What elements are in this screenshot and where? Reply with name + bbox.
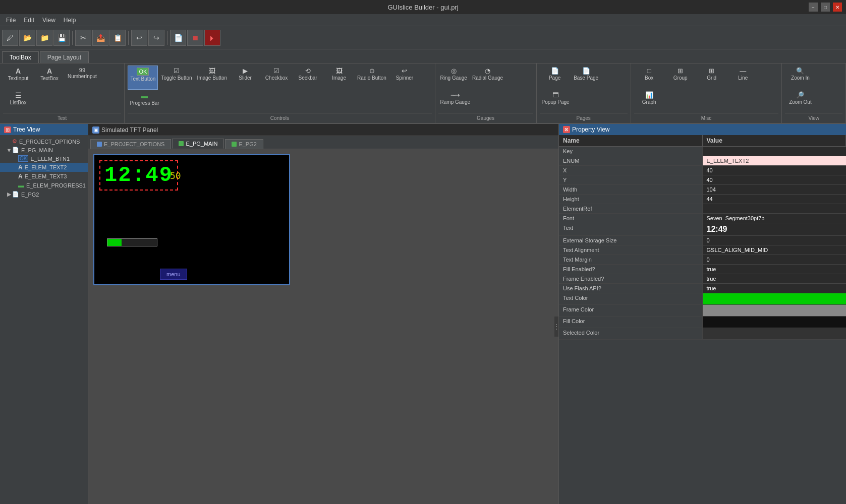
toolbox-checkbox[interactable]: ☑ Checkbox <box>261 66 292 90</box>
prop-row-framecolor[interactable]: Frame Color <box>559 305 846 317</box>
menu-file[interactable]: File <box>2 16 20 25</box>
prop-row-selectedcolor[interactable]: Selected Color <box>559 328 846 340</box>
tft-screen[interactable]: 12:49 50 menu <box>93 154 290 285</box>
prop-value-text[interactable]: 12:49 <box>703 223 847 235</box>
prop-row-elementref[interactable]: ElementRef <box>559 204 846 214</box>
prop-value-framecolor[interactable] <box>703 305 847 316</box>
prop-row-font[interactable]: Font Seven_Segment30pt7b <box>559 214 846 223</box>
prop-row-width[interactable]: Width 104 <box>559 185 846 195</box>
toolbox-image[interactable]: 🖼 Image <box>324 66 354 90</box>
toolbar-export[interactable]: 📤 <box>92 30 108 46</box>
text2-icon: A <box>18 164 23 171</box>
toolbox-grid[interactable]: ⊞ Grid <box>697 66 727 89</box>
toolbox-zoomin[interactable]: 🔍 Zoom In <box>785 66 815 89</box>
toolbox-radialgauge[interactable]: ◔ Radial Gauge <box>470 66 505 89</box>
prop-row-height[interactable]: Height 44 <box>559 195 846 204</box>
menu-view[interactable]: View <box>38 16 60 25</box>
toolbox-listbox[interactable]: ☰ ListBox <box>3 90 33 113</box>
prop-row-fillcolor[interactable]: Fill Color <box>559 317 846 328</box>
prop-value-storage[interactable]: 0 <box>703 236 847 245</box>
prop-value-margin[interactable]: 0 <box>703 255 847 264</box>
prop-value-elementref[interactable] <box>703 204 847 213</box>
prop-value-textcolor[interactable] <box>703 293 847 304</box>
prop-value-height[interactable]: 44 <box>703 195 847 204</box>
toolbox-line[interactable]: — Line <box>728 66 758 89</box>
tree-item-project-options[interactable]: ⚙ E_PROJECT_OPTIONS <box>0 137 88 146</box>
toolbox-textbutton[interactable]: OK Text Button <box>128 66 158 90</box>
prop-value-selectedcolor[interactable] <box>703 328 847 339</box>
toolbox-spinner[interactable]: ↩ Spinner <box>389 66 420 90</box>
tree-item-progress1[interactable]: ▬ E_ELEM_PROGRESS1 <box>0 181 88 190</box>
prop-value-fill[interactable]: true <box>703 265 847 274</box>
toolbox-progressbar[interactable]: ▬ Progress Bar <box>128 91 161 113</box>
prop-value-x[interactable]: 40 <box>703 166 847 175</box>
prop-row-textcolor[interactable]: Text Color <box>559 293 846 305</box>
prop-row-fill[interactable]: Fill Enabled? true <box>559 265 846 274</box>
prop-row-flash[interactable]: Use Flash API? true <box>559 284 846 293</box>
toolbar-cut[interactable]: ✂ <box>75 30 91 46</box>
tree-item-text2[interactable]: A E_ELEM_TEXT2 <box>0 163 88 172</box>
toolbox-slider[interactable]: ▶ Slider <box>230 66 260 90</box>
toolbar-new[interactable]: 🖊 <box>2 30 18 46</box>
toolbox-graph[interactable]: 📊 Graph <box>634 90 664 113</box>
minimize-button[interactable]: − <box>809 3 818 12</box>
prop-value-frame[interactable]: true <box>703 274 847 283</box>
prop-row-frame[interactable]: Frame Enabled? true <box>559 274 846 284</box>
prop-row-margin[interactable]: Text Margin 0 <box>559 255 846 265</box>
tree-item-btn1[interactable]: OK E_ELEM_BTN1 <box>0 154 88 163</box>
toolbox-box[interactable]: □ Box <box>634 66 664 89</box>
prop-value-flash[interactable]: true <box>703 284 847 293</box>
toolbar-open-recent[interactable]: 📂 <box>19 30 35 46</box>
close-button[interactable]: ✕ <box>833 3 842 12</box>
canvas-tab-pg2[interactable]: E_PG2 <box>225 139 263 149</box>
tree-item-pg-main[interactable]: ▼ 📄 E_PG_MAIN <box>0 146 88 154</box>
menu-edit[interactable]: Edit <box>20 16 38 25</box>
toolbox-radiobutton[interactable]: ⊙ Radio Button <box>355 66 388 90</box>
toolbox-group-ctrl[interactable]: ⊞ Group <box>665 66 696 89</box>
menu-help[interactable]: Help <box>60 16 80 25</box>
toolbox-zoomout[interactable]: 🔎 Zoom Out <box>785 90 815 113</box>
tree-item-text3[interactable]: A E_ELEM_TEXT3 <box>0 172 88 181</box>
prop-row-storage[interactable]: External Storage Size 0 <box>559 236 846 245</box>
toolbar-undo[interactable]: ↩ <box>131 30 147 46</box>
toolbar-redo[interactable]: ↪ <box>148 30 164 46</box>
toolbox-textinput[interactable]: A TextInput <box>3 66 33 89</box>
prop-row-enum[interactable]: ENUM E_ELEM_TEXT2 <box>559 156 846 166</box>
prop-row-alignment[interactable]: Text Alignment GSLC_ALIGN_MID_MID <box>559 245 846 255</box>
toolbar-stop[interactable]: ⏹ <box>187 30 203 46</box>
prop-value-alignment[interactable]: GSLC_ALIGN_MID_MID <box>703 245 847 255</box>
prop-value-enum[interactable]: E_ELEM_TEXT2 <box>703 156 847 165</box>
prop-row-text[interactable]: Text 12:49 <box>559 223 846 236</box>
toolbox-popuppage[interactable]: 🗔 Popup Page <box>540 90 572 113</box>
tree-item-pg2[interactable]: ▶ 📄 E_PG2 <box>0 190 88 199</box>
toolbar-open[interactable]: 📁 <box>36 30 52 46</box>
toolbox-page[interactable]: 📄 Page <box>540 66 570 89</box>
toolbox-rampgauge[interactable]: ⟿ Ramp Gauge <box>438 90 472 113</box>
toolbox-textbox[interactable]: A TextBox <box>34 66 65 89</box>
prop-col-name: Name <box>559 135 703 146</box>
toolbox-numberinput[interactable]: 99 NumberInput <box>66 66 99 89</box>
canvas-tab-pg-main[interactable]: E_PG_MAIN <box>172 139 224 149</box>
toolbar-save[interactable]: 💾 <box>53 30 70 46</box>
prop-value-y[interactable]: 40 <box>703 175 847 184</box>
canvas-tab-project-options[interactable]: E_PROJECT_OPTIONS <box>90 139 171 149</box>
line-icon: — <box>740 67 746 75</box>
maximize-button[interactable]: □ <box>821 3 830 12</box>
prop-value-font[interactable]: Seven_Segment30pt7b <box>703 214 847 223</box>
screen-menu-button[interactable]: menu <box>160 269 187 280</box>
toolbox-ringgauge[interactable]: ◎ Ring Gauge <box>438 66 469 89</box>
toolbar-paste[interactable]: 📄 <box>170 30 186 46</box>
toolbox-basepage[interactable]: 📄 Base Page <box>571 66 601 89</box>
toolbar-run[interactable]: ⏵ <box>204 30 220 46</box>
canvas-resize-handle[interactable]: ⋮ <box>554 317 558 337</box>
prop-row-y[interactable]: Y 40 <box>559 175 846 185</box>
prop-row-x[interactable]: X 40 <box>559 166 846 175</box>
tab-toolbox[interactable]: ToolBox <box>2 51 39 63</box>
toolbar-copy[interactable]: 📋 <box>109 30 126 46</box>
toolbox-togglebutton[interactable]: ☑ Toggle Button <box>159 66 194 90</box>
prop-value-width[interactable]: 104 <box>703 185 847 194</box>
prop-value-fillcolor[interactable] <box>703 317 847 328</box>
toolbox-seekbar[interactable]: ⟲ Seekbar <box>293 66 323 90</box>
toolbox-imagebutton[interactable]: 🖼 Image Button <box>195 66 229 90</box>
tab-pagelayout[interactable]: Page Layout <box>40 51 89 63</box>
